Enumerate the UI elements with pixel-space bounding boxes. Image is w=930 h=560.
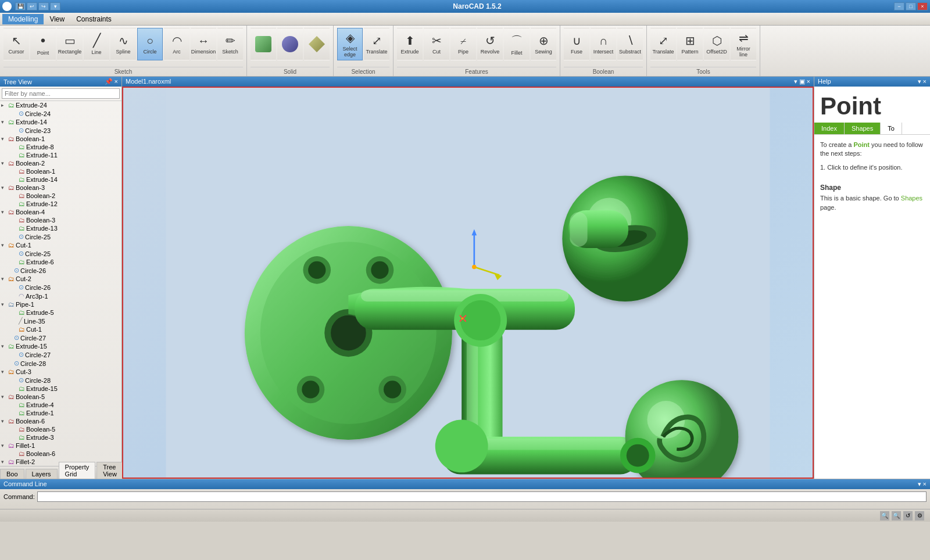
tree-item[interactable]: 🗂 Boolean-3 [0, 216, 121, 224]
arc-tool[interactable]: ◠ Arc [164, 28, 189, 60]
status-icon-search2[interactable]: 🔍 [892, 511, 901, 520]
translate2-tool[interactable]: ⤢ Translate [650, 28, 676, 60]
tree-item[interactable]: 🗂 Boolean-5 [0, 393, 121, 401]
tree-item[interactable]: 🗂 Cut-3 [0, 368, 121, 376]
tree-item[interactable]: ⊙ Circle-26 [0, 283, 121, 292]
translate-tool[interactable]: ⤢ Translate [364, 28, 389, 60]
tree-item[interactable]: ⊙ Circle-24 [0, 109, 121, 118]
tree-item[interactable]: 🗂 Cut-1 [0, 241, 121, 249]
cmd-close-btn[interactable]: × [923, 480, 927, 488]
tree-item[interactable]: ⊙ Circle-27 [0, 350, 121, 359]
tree-item[interactable]: 🗂 Boolean-1 [0, 135, 121, 143]
menu-constraints[interactable]: Constraints [70, 14, 117, 24]
fillet-tool[interactable]: ⌒ Fillet [504, 28, 530, 60]
tree-item[interactable]: 🗂 Extrude-24 [0, 101, 121, 109]
tree-item[interactable]: 🗂 Boolean-2 [0, 159, 121, 167]
tree-item[interactable]: ⊙ Circle-26 [0, 266, 121, 275]
tree-close-btn[interactable]: × [115, 78, 118, 85]
tree-item[interactable]: 🗂 Extrude-14 [0, 118, 121, 126]
menu-view[interactable]: View [44, 14, 70, 24]
pattern-tool[interactable]: ⊞ Pattern [677, 28, 703, 60]
tree-item[interactable]: 🗂 Cut-2 [0, 275, 121, 283]
rectangle-tool[interactable]: ▭ Rectangle [57, 28, 83, 60]
tree-item[interactable]: 🗂 Boolean-2 [0, 192, 121, 200]
tree-item[interactable]: 🗂 Pipe-1 [0, 300, 121, 308]
tree-item[interactable]: 🗂 Extrude-8 [0, 143, 121, 151]
tree-item[interactable]: 🗂 Boolean-1 [0, 167, 121, 175]
quick-more-btn[interactable]: ▾ [50, 2, 60, 10]
view-pin-btn[interactable]: ▾ [794, 78, 797, 85]
solid-tool-2[interactable] [277, 28, 303, 60]
tree-item[interactable]: 🗂 Cut-1 [0, 325, 121, 333]
tree-item[interactable]: 🗂 Extrude-11 [0, 151, 121, 159]
tree-item[interactable]: 🗂 Boolean-6 [0, 450, 121, 458]
tree-pin-btn[interactable]: 📌 [105, 78, 113, 85]
3d-viewport[interactable] [122, 87, 814, 479]
tree-item[interactable]: 🗂 Boolean-4 [0, 208, 121, 216]
tree-item[interactable]: 🗂 Extrude-15 [0, 385, 121, 393]
layers-tab[interactable]: Layers [26, 469, 58, 479]
select-edge-tool[interactable]: ◈ Selectedge [337, 28, 363, 60]
substract-tool[interactable]: ∖ Substract [617, 28, 643, 60]
tree-item[interactable]: 🗂 Extrude-6 [0, 258, 121, 266]
fuse-tool[interactable]: ∪ Fuse [564, 28, 589, 60]
tree-item[interactable]: ⊙ Circle-28 [0, 376, 121, 385]
line-tool[interactable]: ╱ Line [84, 28, 109, 60]
help-tab-index[interactable]: Index [814, 123, 845, 134]
solid-tool-1[interactable] [251, 28, 276, 60]
extrude-tool[interactable]: ⬆ Extrude [397, 28, 423, 60]
tree-view-tab[interactable]: Tree View [96, 462, 123, 479]
revolve-tool[interactable]: ↺ Revolve [477, 28, 503, 60]
tree-item[interactable]: 🗂 Extrude-4 [0, 401, 121, 409]
view-close-btn[interactable]: × [807, 78, 810, 85]
cursor-tool[interactable]: ↖ Cursor [3, 28, 29, 60]
status-icon-refresh[interactable]: ↺ [903, 511, 913, 520]
shapes-link[interactable]: Shapes [901, 195, 922, 202]
tree-content[interactable]: 🗂 Extrude-24 ⊙ Circle-24 🗂 Extrude-14 ⊙ … [0, 101, 121, 466]
tree-search-input[interactable] [2, 88, 120, 99]
tree-item[interactable]: ◠ Arc3p-1 [0, 292, 121, 300]
boo-tab[interactable]: Boo [0, 469, 24, 479]
tree-item[interactable]: 🗂 Extrude-13 [0, 224, 121, 232]
view-maximize-btn[interactable]: ▣ [799, 78, 805, 85]
pipe-tool[interactable]: ⌿ Pipe [450, 28, 476, 60]
tree-item[interactable]: ⊙ Circle-25 [0, 249, 121, 258]
tree-item[interactable]: 🗂 Boolean-5 [0, 425, 121, 433]
tree-item[interactable]: 🗂 Extrude-1 [0, 409, 121, 417]
command-input[interactable] [37, 491, 927, 502]
quick-undo-btn[interactable]: ↩ [27, 2, 37, 10]
intersect-tool[interactable]: ∩ Intersect [591, 28, 616, 60]
quick-save-btn[interactable]: 💾 [15, 2, 26, 10]
tree-item[interactable]: 🗂 Fillet-1 [0, 441, 121, 450]
help-tab-to[interactable]: To [881, 123, 902, 134]
sketch-tool[interactable]: ✏ Sketch [217, 28, 243, 60]
cut-tool[interactable]: ✂ Cut [424, 28, 449, 60]
close-btn[interactable]: × [917, 2, 928, 10]
help-close-btn[interactable]: × [923, 78, 927, 85]
circle-tool[interactable]: ○ Circle [137, 28, 163, 60]
tree-item[interactable]: ⊙ Circle-25 [0, 232, 121, 241]
tree-item[interactable]: 🗂 Extrude-15 [0, 342, 121, 350]
menu-modelling[interactable]: Modelling [2, 14, 44, 24]
tree-item[interactable]: ⊙ Circle-28 [0, 359, 121, 368]
tree-item[interactable]: ╱ Line-35 [0, 317, 121, 325]
offset2d-tool[interactable]: ⬡ Offset2D [704, 28, 729, 60]
cmd-pin-btn[interactable]: ▾ [918, 480, 921, 488]
quick-redo-btn[interactable]: ↪ [38, 2, 49, 10]
help-tab-shapes[interactable]: Shapes [845, 123, 881, 134]
point-tool[interactable]: • Point [30, 28, 56, 60]
minimize-btn[interactable]: − [894, 2, 904, 10]
status-icon-search1[interactable]: 🔍 [880, 511, 889, 520]
tree-item[interactable]: ⊙ Circle-27 [0, 333, 121, 342]
spline-tool[interactable]: ∿ Spline [110, 28, 136, 60]
tree-item[interactable]: 🗂 Extrude-3 [0, 433, 121, 441]
tree-item[interactable]: 🗂 Boolean-6 [0, 417, 121, 425]
property-grid-tab[interactable]: Property Grid [59, 462, 96, 479]
sewing-tool[interactable]: ⊕ Sewing [531, 28, 556, 60]
tree-item[interactable]: 🗂 Boolean-3 [0, 184, 121, 192]
solid-tool-3[interactable] [304, 28, 330, 60]
tree-item[interactable]: ⊙ Circle-23 [0, 126, 121, 135]
status-icon-settings[interactable]: ⚙ [915, 511, 924, 520]
mirror-line-tool[interactable]: ⇌ Mirrorline [731, 28, 756, 60]
tree-item[interactable]: 🗂 Extrude-12 [0, 200, 121, 208]
